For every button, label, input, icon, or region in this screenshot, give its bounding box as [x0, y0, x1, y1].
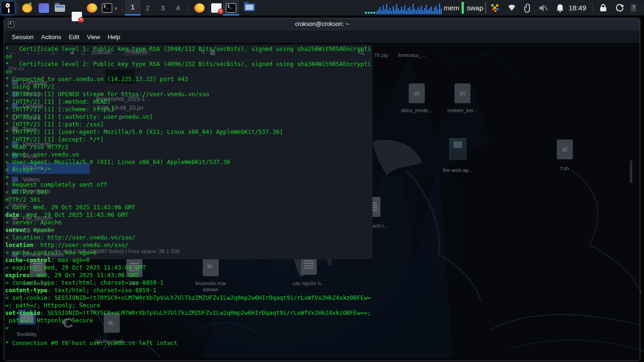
menu-edit[interactable]: Edit	[69, 33, 79, 41]
terminal-line: on	[5, 53, 640, 60]
terminal-line: < location: http://user.vnedu.vn/sso/	[5, 234, 640, 241]
dragon-app-launcher[interactable]	[22, 3, 33, 13]
firefox-launcher[interactable]	[87, 3, 97, 13]
swap-usage-bar[interactable]	[485, 2, 487, 14]
notifications-bell-icon[interactable]	[556, 4, 564, 12]
taskbar-text-editor[interactable]	[208, 0, 224, 16]
mem-usage-bar[interactable]	[462, 2, 464, 14]
terminal-line: date: Wed, 29 Oct 2025 11:43:06 GMT	[5, 211, 640, 219]
terminal-line: * [HTTP/2] [1] [:path: /sso]	[5, 121, 640, 128]
terminal-menubar: SessionActionsEditViewHelp	[4, 31, 640, 43]
terminal-line: * Connected to user.vnedu.vn (14.225.13.…	[5, 75, 640, 83]
clipboard-paperclip-icon[interactable]	[524, 4, 531, 13]
taskbar-terminal[interactable]: $_	[223, 0, 239, 16]
kali-menu-button[interactable]	[1, 1, 15, 14]
terminal-line: expires: Wed, 29 Oct 2025 11:43:06 GMT	[5, 272, 640, 279]
app-grid-icon[interactable]	[491, 4, 499, 12]
terminal-line: > HEAD /sso HTTP/2	[5, 143, 640, 151]
clock[interactable]: 18:49	[569, 4, 586, 12]
taskbar-file-manager[interactable]	[240, 0, 256, 16]
terminal-line: * using HTTP/2	[5, 83, 640, 90]
menu-help[interactable]: Help	[107, 33, 120, 41]
menu-view[interactable]: View	[87, 33, 100, 41]
terminal-line: * [HTTP/2] [1] [:authority: user.vnedu.v…	[5, 113, 640, 121]
terminal-line: location: http://user.vnedu.vn/sso/	[5, 241, 640, 249]
window-title: crokson@crokson: ~	[4, 21, 640, 27]
terminal-output[interactable]: * Certificate level 1: Public key type R…	[4, 43, 640, 361]
menu-actions[interactable]: Actions	[41, 33, 61, 41]
chevron-down-icon[interactable]: ∨	[114, 6, 117, 11]
menu-session[interactable]: Session	[12, 33, 33, 41]
terminal-line: <	[5, 324, 640, 332]
terminal-line: < expires: Wed, 29 Oct 2025 11:43:06 GMT	[5, 264, 640, 272]
terminal-line: =; path=/; Httponly; Secure	[5, 302, 640, 309]
wifi-icon[interactable]	[508, 4, 516, 12]
audio-muted-icon[interactable]	[538, 4, 548, 12]
terminal-line: * [HTTP/2] [1] [:scheme: https]	[5, 106, 640, 113]
terminal-line: * Request completely sent off	[5, 181, 640, 189]
terminal-line: set-cookie: SESSIONID=!t7RYSC0+oLM7W0rXb…	[5, 309, 640, 317]
terminal-window[interactable]: crokson@crokson: ~ SessionActionsEditVie…	[4, 18, 640, 361]
terminal-line: < content-type: text/html; charset=iso-8…	[5, 279, 640, 287]
terminal-line: < set-cookie: SESSIONID=!t7RYSC0+oLM7W0r…	[5, 294, 640, 302]
terminal-line: * Connection #0 to host user.vnedu.vn le…	[5, 339, 640, 347]
workspace-4[interactable]: 4	[170, 0, 186, 16]
swap-label: swap	[467, 4, 483, 12]
terminal-line: * [HTTP/2] [1] [accept: */*]	[5, 136, 640, 143]
terminal-line: < date: Wed, 29 Oct 2025 11:43:06 GMT	[5, 204, 640, 211]
display-settings-launcher[interactable]	[39, 3, 49, 13]
terminal-titlebar[interactable]: crokson@crokson: ~	[4, 18, 640, 31]
terminal-line: HTTP/2 301	[5, 196, 640, 204]
cpu-graph[interactable]	[364, 1, 442, 14]
terminal-line: > User-Agent: Mozilla/5.0 (X11; Linux x8…	[5, 158, 640, 166]
terminal-line: < server: Apache	[5, 219, 640, 226]
kali-key-icon	[6, 3, 10, 8]
terminal-line: > Accept: */*	[5, 166, 640, 173]
top-panel: $_ ∨ 1234 $_ mem swap	[0, 0, 644, 16]
terminal-line: * Certificate level 2: Public key type R…	[5, 60, 640, 68]
logout-icon[interactable]	[616, 4, 624, 12]
terminal-line: >	[5, 173, 640, 181]
lock-icon[interactable]	[600, 4, 607, 12]
workspace-3[interactable]: 3	[155, 0, 171, 16]
text-editor-launcher[interactable]	[72, 12, 82, 21]
terminal-line: cache-control: max-age=0	[5, 256, 640, 264]
terminal-line	[5, 332, 640, 339]
help-status-icon[interactable]: ?	[631, 4, 636, 12]
mem-label: mem	[444, 4, 459, 12]
terminal-line: * [HTTP/2] [1] [:method: HEAD]	[5, 98, 640, 106]
terminal-line: content-type: text/html; charset=iso-885…	[5, 287, 640, 294]
kali-desktop: 76.zipforensics_...#!ddos_mode...#!resto…	[0, 0, 644, 362]
terminal-line: * [HTTP/2] [1] OPENED stream for https:/…	[5, 90, 640, 98]
taskbar-firefox[interactable]	[191, 0, 207, 16]
terminal-line: * Certificate level 1: Public key type R…	[5, 45, 640, 53]
terminal-line: on	[5, 68, 640, 75]
file-manager-launcher[interactable]	[55, 5, 65, 12]
terminal-line: server: Apache	[5, 226, 640, 234]
terminal-line: < HTTP/2 301	[5, 189, 640, 196]
terminal-line: > Host: user.vnedu.vn	[5, 151, 640, 158]
terminal-line: path=/; Httponly; Secure	[5, 317, 640, 324]
terminal-launcher[interactable]: $_	[102, 3, 112, 13]
workspace-1[interactable]: 1	[125, 0, 140, 16]
terminal-line: < cache-control: max-age=0	[5, 249, 640, 256]
workspace-2[interactable]: 2	[140, 0, 156, 16]
terminal-line: * [HTTP/2] [1] [user-agent: Mozilla/5.0 …	[5, 128, 640, 136]
